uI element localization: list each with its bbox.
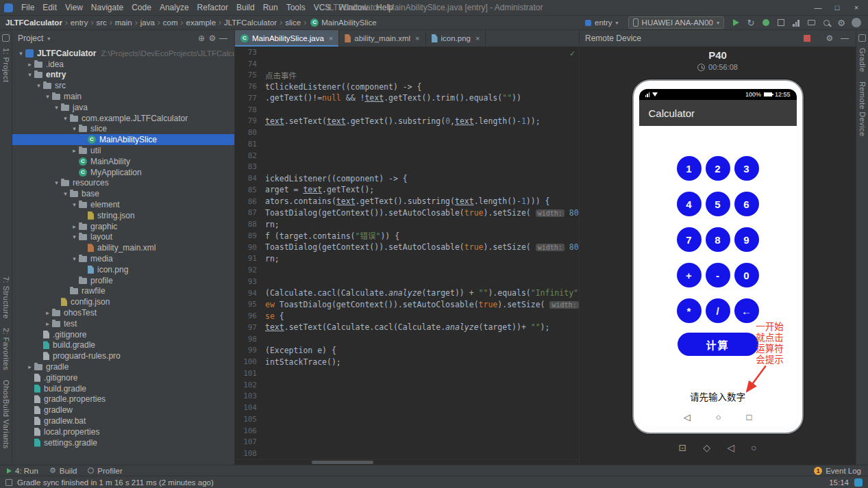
recents-icon[interactable]: □ <box>747 412 752 422</box>
menu-refactor[interactable]: Refactor <box>193 3 232 12</box>
chevron-down-icon[interactable]: ▾ <box>70 125 79 132</box>
maximize-button[interactable]: □ <box>828 3 846 12</box>
tree-item-gradlew.bat[interactable]: gradlew.bat <box>12 415 234 426</box>
menu-tools[interactable]: Tools <box>282 3 310 12</box>
tool-window-button-structure[interactable]: 7: Structure <box>2 272 10 324</box>
device-manager-button[interactable] <box>805 16 817 29</box>
run-config-select[interactable]: entry ▾ <box>581 16 623 29</box>
tool-window-button-remotedevice[interactable]: Remote Device <box>858 77 867 141</box>
menu-edit[interactable]: Edit <box>38 3 61 12</box>
tree-item-gradlew[interactable]: gradlew <box>12 404 234 415</box>
tree-item-build.gradle[interactable]: build.gradle <box>12 340 234 351</box>
tree-item-element[interactable]: ▾element <box>12 199 234 210</box>
toolbar-item-profiler[interactable]: Profiler <box>88 467 122 475</box>
breadcrumb-item[interactable]: src <box>96 18 106 27</box>
settings-icon[interactable]: ⚙ <box>207 34 218 43</box>
chevron-down-icon[interactable]: ▾ <box>34 82 43 89</box>
tree-item-.idea[interactable]: ▸.idea <box>12 59 234 70</box>
settings-icon[interactable]: ⚙ <box>824 34 835 43</box>
back-icon[interactable]: ◁ <box>727 442 734 453</box>
menu-run[interactable]: Run <box>259 3 282 12</box>
event-log-button[interactable]: Event Log <box>826 467 861 475</box>
tool-window-button-gradle[interactable]: Gradle <box>858 43 867 77</box>
tree-item-mainabilityslice[interactable]: CMainAbilitySlice <box>12 134 234 145</box>
breadcrumb-item[interactable]: JLTFCalculator <box>5 18 62 27</box>
home-icon[interactable]: ○ <box>751 442 756 453</box>
key-7[interactable]: 7 <box>677 227 702 252</box>
chevron-down-icon[interactable]: ▾ <box>25 71 34 78</box>
close-icon[interactable]: × <box>475 34 480 42</box>
tree-item-slice[interactable]: ▾slice <box>12 124 234 135</box>
menu-help[interactable]: Help <box>372 3 397 12</box>
tree-item-java[interactable]: ▾java <box>12 102 234 113</box>
chevron-down-icon[interactable]: ▾ <box>70 201 79 208</box>
profiler-button[interactable] <box>790 16 802 29</box>
breadcrumb-item[interactable]: main <box>115 18 132 27</box>
hide-panel-icon[interactable]: — <box>218 34 229 43</box>
screenshot-icon[interactable]: ⊡ <box>679 442 687 453</box>
close-icon[interactable]: × <box>415 34 419 42</box>
close-icon[interactable]: × <box>329 34 333 42</box>
chevron-down-icon[interactable]: ▾ <box>70 233 79 240</box>
tree-item-com.example.jltfcalculator[interactable]: ▾com.example.JLTFCalculator <box>12 113 234 124</box>
calculate-button[interactable]: 计算 <box>678 333 758 356</box>
tree-item-myapplication[interactable]: CMyApplication <box>12 167 234 178</box>
menu-window[interactable]: Window <box>334 3 372 12</box>
stop-device-button[interactable] <box>804 35 810 42</box>
run-button[interactable] <box>730 16 742 29</box>
tree-item-main[interactable]: ▾main <box>12 91 234 102</box>
key-←[interactable]: ← <box>734 298 759 323</box>
key-9[interactable]: 9 <box>734 227 759 252</box>
tree-item-.gitignore[interactable]: .gitignore <box>12 329 234 340</box>
key-0[interactable]: 0 <box>734 263 759 287</box>
tree-item-src[interactable]: ▾src <box>12 80 234 91</box>
tree-item-entry[interactable]: ▾entry <box>12 70 234 81</box>
tree-item-proguard-rules.pro[interactable]: proguard-rules.pro <box>12 350 234 361</box>
tree-item-settings.gradle[interactable]: settings.gradle <box>12 437 234 448</box>
menu-vcs[interactable]: VCS <box>310 3 335 12</box>
menu-analyze[interactable]: Analyze <box>156 3 193 12</box>
menu-view[interactable]: View <box>61 3 87 12</box>
tool-window-button-favorites[interactable]: 2: Favorites <box>2 323 10 375</box>
debug-button[interactable] <box>760 16 772 29</box>
chevron-right-icon[interactable]: ▸ <box>43 320 52 327</box>
device-select[interactable]: HUAWEI ANA-AN00 ▾ <box>628 16 724 29</box>
phone-screen[interactable]: 100% 12:55 Calculator 123456789+-0*/← 计算… <box>639 89 797 426</box>
tool-window-toggle-icon[interactable] <box>5 479 12 486</box>
attach-debugger-button[interactable]: ↻ <box>745 16 757 29</box>
tab-icon.png[interactable]: icon.png× <box>426 30 486 47</box>
tree-item-profile[interactable]: profile <box>12 275 234 286</box>
chevron-down-icon[interactable]: ▾ <box>52 179 61 186</box>
tree-item-config.json[interactable]: config.json <box>12 296 234 307</box>
chevron-down-icon[interactable]: ▾ <box>43 93 52 100</box>
locate-file-icon[interactable]: ⊕ <box>196 34 207 43</box>
tree-item-base[interactable]: ▾base <box>12 188 234 199</box>
search-everywhere-button[interactable] <box>820 16 832 29</box>
code-editor[interactable]: 737475点击事件76tClickedListener((component)… <box>235 47 579 459</box>
close-button[interactable]: × <box>847 3 865 12</box>
chevron-right-icon[interactable]: ▸ <box>70 147 79 154</box>
tree-item-ohostest[interactable]: ▸ohosTest <box>12 307 234 318</box>
tree-item-rawfile[interactable]: rawfile <box>12 286 234 297</box>
breadcrumb-item[interactable]: MainAbilitySlice <box>321 18 377 27</box>
key-4[interactable]: 4 <box>677 192 702 216</box>
tree-item-.gitignore[interactable]: .gitignore <box>12 372 234 383</box>
key-+[interactable]: + <box>677 263 702 287</box>
chevron-down-icon[interactable]: ▾ <box>70 255 79 262</box>
tree-item-build.gradle[interactable]: build.gradle <box>12 383 234 394</box>
breadcrumb-item[interactable]: slice <box>285 18 301 27</box>
tab-mainabilityslice.java[interactable]: CMainAbilitySlice.java× <box>235 30 339 47</box>
home-icon[interactable]: ○ <box>716 412 721 422</box>
key--[interactable]: - <box>706 263 730 287</box>
toolbar-item-build[interactable]: ⚙Build <box>49 466 77 475</box>
key-8[interactable]: 8 <box>706 227 730 252</box>
breadcrumb-item[interactable]: com <box>163 18 178 27</box>
coverage-button[interactable] <box>775 16 787 29</box>
chevron-down-icon[interactable]: ▾ <box>61 115 70 122</box>
tree-item-gradle.properties[interactable]: gradle.properties <box>12 394 234 405</box>
breadcrumb-item[interactable]: java <box>140 18 155 27</box>
menu-code[interactable]: Code <box>127 3 156 12</box>
chevron-right-icon[interactable]: ▸ <box>70 223 79 230</box>
tool-window-button-ohosbuildvariants[interactable]: OhosBuild Variants <box>2 375 10 454</box>
breadcrumb-item[interactable]: JLTFCalculator <box>224 18 277 27</box>
